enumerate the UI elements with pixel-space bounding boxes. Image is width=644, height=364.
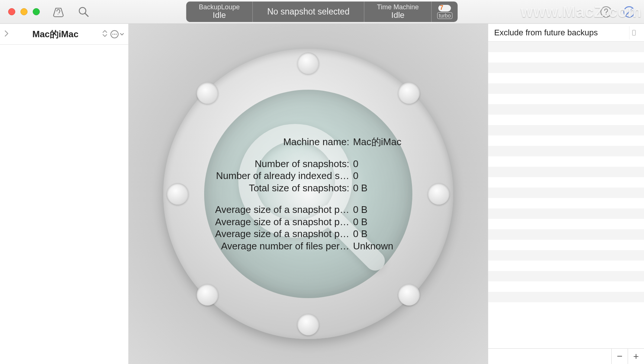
- chevron-right-icon[interactable]: [4, 30, 9, 39]
- backup-disk-icon[interactable]: [51, 4, 66, 19]
- sidebar-header: Mac的iMac: [0, 24, 128, 45]
- close-window-button[interactable]: [8, 8, 15, 15]
- list-item[interactable]: [488, 167, 644, 177]
- list-item[interactable]: [488, 198, 644, 208]
- list-item[interactable]: [488, 135, 644, 146]
- up-down-icon[interactable]: [102, 29, 108, 39]
- bolt-graphic: [197, 82, 218, 104]
- exclude-footer: − +: [488, 348, 644, 364]
- help-icon[interactable]: [599, 4, 614, 19]
- toolbar: BackupLoupe Idle No snapshot selected Ti…: [0, 0, 644, 24]
- window-controls: [0, 8, 51, 15]
- info-row-label: Average size of a snapshot p…: [215, 204, 350, 216]
- snapshot-info-panel: Machine name:Mac的iMacNumber of snapshots…: [129, 24, 488, 364]
- list-item[interactable]: [488, 261, 644, 271]
- list-item[interactable]: [488, 281, 644, 292]
- info-row-value: 0: [353, 158, 401, 170]
- snapshot-info-grid: Machine name:Mac的iMacNumber of snapshots…: [215, 136, 402, 252]
- bolt-graphic: [398, 284, 420, 306]
- exclude-header-action-icon[interactable]: [629, 26, 638, 39]
- more-options-button[interactable]: [110, 30, 125, 39]
- list-item[interactable]: [488, 94, 644, 104]
- bolt-graphic: [428, 183, 450, 205]
- list-item[interactable]: [488, 146, 644, 156]
- exclude-panel-title: Exclude from future backups: [494, 28, 598, 38]
- list-item[interactable]: [488, 83, 644, 94]
- list-item[interactable]: [488, 250, 644, 261]
- info-row-value: 0 B: [353, 182, 401, 194]
- list-item[interactable]: [488, 208, 644, 219]
- status-time-machine: Time Machine Idle: [364, 1, 432, 22]
- status-app-state: Idle: [213, 11, 226, 20]
- add-exclude-button[interactable]: +: [628, 349, 644, 364]
- status-app-name: BackupLoupe: [199, 4, 240, 11]
- list-item[interactable]: [488, 73, 644, 83]
- bolt-graphic: [297, 52, 319, 74]
- exclude-panel: Exclude from future backups − +: [488, 24, 644, 364]
- turbo-indicator-icon: [438, 5, 451, 12]
- status-snapshot-text: No snapshot selected: [267, 7, 350, 17]
- selected-machine-name[interactable]: Mac的iMac: [11, 28, 100, 40]
- svg-point-7: [112, 33, 113, 35]
- svg-point-9: [116, 33, 117, 35]
- info-row-value: 0 B: [353, 204, 401, 216]
- svg-point-3: [606, 14, 607, 15]
- info-row-label: Average size of a snapshot p…: [215, 228, 350, 240]
- list-item[interactable]: [488, 271, 644, 281]
- status-tm-name: Time Machine: [377, 4, 419, 11]
- list-item[interactable]: [488, 104, 644, 115]
- info-row-value: 0 B: [353, 216, 401, 228]
- info-row-label: Total size of snapshots:: [249, 182, 349, 194]
- svg-line-1: [85, 13, 88, 16]
- list-item[interactable]: [488, 52, 644, 63]
- status-bar: BackupLoupe Idle No snapshot selected Ti…: [186, 1, 458, 22]
- info-row-label: Machine name:: [283, 136, 350, 148]
- bolt-graphic: [197, 284, 218, 306]
- status-tm-state: Idle: [391, 11, 404, 20]
- list-item[interactable]: [488, 188, 644, 198]
- info-row-value: 0 B: [353, 228, 401, 240]
- minimize-window-button[interactable]: [20, 8, 28, 15]
- settings-cancel-icon[interactable]: [622, 4, 637, 19]
- list-item[interactable]: [488, 125, 644, 135]
- status-turbo[interactable]: turbo: [432, 1, 458, 22]
- info-row-value: Mac的iMac: [353, 136, 401, 148]
- exclude-panel-header: Exclude from future backups: [488, 24, 644, 42]
- bolt-graphic: [297, 314, 319, 335]
- list-item[interactable]: [488, 292, 644, 302]
- svg-line-5: [625, 8, 633, 16]
- info-row-label: Number of snapshots:: [255, 158, 349, 170]
- list-item[interactable]: [488, 156, 644, 167]
- info-row-label: Number of already indexed s…: [216, 170, 349, 182]
- sidebar: Mac的iMac: [0, 24, 129, 364]
- bolt-graphic: [398, 82, 420, 104]
- svg-point-8: [114, 33, 115, 35]
- list-item[interactable]: [488, 42, 644, 52]
- list-item[interactable]: [488, 115, 644, 125]
- list-item[interactable]: [488, 229, 644, 240]
- info-row-value: Unknown: [353, 240, 401, 252]
- list-item[interactable]: [488, 219, 644, 229]
- bolt-graphic: [167, 183, 189, 205]
- svg-rect-12: [632, 30, 635, 35]
- remove-exclude-button[interactable]: −: [611, 349, 628, 364]
- search-icon[interactable]: [76, 4, 91, 19]
- list-item[interactable]: [488, 302, 644, 313]
- list-item[interactable]: [488, 240, 644, 250]
- exclude-list[interactable]: [488, 42, 644, 348]
- info-row-label: Average number of files per…: [221, 240, 350, 252]
- zoom-window-button[interactable]: [33, 8, 40, 15]
- status-backuploupe: BackupLoupe Idle: [186, 1, 253, 22]
- list-item[interactable]: [488, 177, 644, 188]
- turbo-label: turbo: [437, 12, 453, 19]
- list-item[interactable]: [488, 63, 644, 73]
- info-row-label: Average size of a snapshot p…: [215, 216, 350, 228]
- info-row-value: 0: [353, 170, 401, 182]
- status-snapshot: No snapshot selected: [253, 1, 364, 22]
